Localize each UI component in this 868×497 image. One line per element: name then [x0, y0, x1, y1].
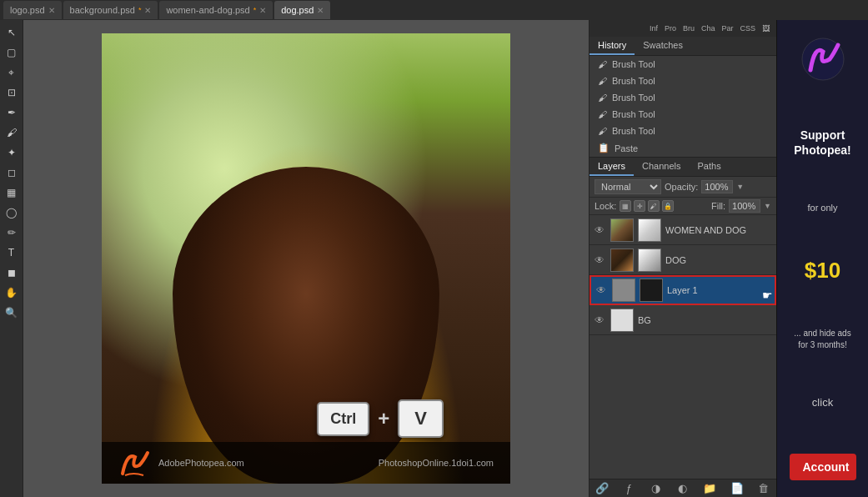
hand-tool[interactable]: ✋: [3, 284, 21, 302]
nav-cha[interactable]: Cha: [698, 23, 719, 33]
ad-account-button[interactable]: Account: [790, 454, 856, 480]
compact-nav: Inf Pro Bru Cha Par CSS 🖼: [590, 20, 776, 37]
history-item-4-label: Brush Tool: [612, 126, 655, 136]
lock-checkerboard-icon[interactable]: ▦: [620, 200, 631, 212]
nav-pro[interactable]: Pro: [661, 23, 680, 33]
eraser-tool[interactable]: ◻: [3, 163, 21, 182]
nav-css[interactable]: CSS: [736, 23, 759, 33]
folder-icon[interactable]: 📁: [702, 482, 717, 494]
layer-visibility-women-dog[interactable]: 👁: [595, 224, 606, 236]
tab-paths[interactable]: Paths: [690, 158, 730, 176]
lock-art-icon[interactable]: 🖌: [648, 200, 660, 212]
dodge-tool[interactable]: ◯: [3, 203, 21, 222]
history-item-paste[interactable]: 📋 Paste: [590, 139, 776, 157]
ad-logo-icon: [798, 37, 848, 83]
layer-name-layer1: Layer 1: [667, 285, 770, 295]
history-panel-tabs: History Swatches: [590, 37, 776, 56]
tab-logo-close[interactable]: ✕: [48, 6, 55, 15]
history-item-1-label: Brush Tool: [612, 76, 655, 86]
history-item-2-label: Brush Tool: [612, 93, 655, 103]
fx-icon[interactable]: ƒ: [621, 482, 636, 494]
layer-row-layer1[interactable]: 👁 Layer 1: [590, 275, 776, 305]
nav-bru[interactable]: Bru: [680, 23, 698, 33]
text-tool[interactable]: T: [3, 243, 21, 262]
layer-thumb-women-dog: [610, 218, 634, 242]
lock-move-icon[interactable]: ✛: [634, 200, 645, 212]
layers-toolbar: 🔗 ƒ ◑ ◐ 📁 📄 🗑: [590, 479, 776, 497]
history-item-1-icon: 🖌: [598, 76, 607, 86]
tab-dog[interactable]: dog.psd ✕: [274, 1, 330, 19]
lasso-tool[interactable]: ⌖: [3, 63, 21, 82]
pen-tool[interactable]: ✏: [3, 223, 21, 242]
layer-thumb-layer1: [612, 279, 635, 302]
history-paste-icon: 📋: [598, 143, 610, 153]
tab-background-modified: *: [138, 6, 142, 14]
plus-symbol: +: [378, 407, 389, 430]
history-item-4[interactable]: 🖌 Brush Tool: [590, 123, 776, 139]
lock-lock-icon[interactable]: 🔒: [662, 200, 674, 212]
gradient-tool[interactable]: ▦: [3, 183, 21, 202]
layer-visibility-dog[interactable]: 👁: [595, 254, 606, 266]
new-layer-icon[interactable]: 📄: [730, 482, 745, 494]
tab-dog-close[interactable]: ✕: [317, 6, 324, 15]
tab-layers[interactable]: Layers: [590, 158, 634, 176]
history-item-3-label: Brush Tool: [612, 109, 655, 119]
ad-click-text: click: [812, 396, 833, 409]
history-item-4-icon: 🖌: [598, 126, 607, 136]
tab-background-close[interactable]: ✕: [144, 6, 151, 15]
layer-row-women-dog[interactable]: 👁 WOMEN AND DOG: [590, 215, 776, 245]
fill-input[interactable]: [729, 199, 760, 213]
shape-tool[interactable]: ◼: [3, 264, 21, 282]
move-tool[interactable]: ↖: [3, 23, 21, 42]
blend-opacity-row: Normal Multiply Screen Opacity: ▼: [590, 177, 776, 198]
watermark-logo-icon: [118, 449, 152, 478]
watermark-right-text: PhotoshopOnline.1doi1.com: [379, 458, 494, 468]
tab-women-dog[interactable]: women-and-dog.psd * ✕: [159, 1, 273, 19]
zoom-tool[interactable]: 🔍: [3, 304, 21, 322]
history-paste-label: Paste: [615, 143, 638, 153]
crop-tool[interactable]: ⊡: [3, 83, 21, 102]
lock-icons-group: ▦ ✛ 🖌 🔒: [620, 200, 674, 212]
delete-layer-icon[interactable]: 🗑: [756, 482, 771, 494]
brush-tool[interactable]: 🖌: [3, 123, 21, 142]
layer-mask-layer1: [640, 279, 663, 302]
nav-par[interactable]: Par: [718, 23, 736, 33]
ad-description: ... and hide ads for 3 months!: [794, 328, 850, 351]
eyedropper-tool[interactable]: ✒: [3, 103, 21, 122]
layer-thumb-bg: [610, 309, 634, 332]
tab-channels[interactable]: Channels: [634, 158, 689, 176]
select-tool[interactable]: ▢: [3, 43, 21, 62]
layer-row-dog[interactable]: 👁 DOG: [590, 245, 776, 275]
opacity-input[interactable]: [701, 180, 733, 193]
history-item-3[interactable]: 🖌 Brush Tool: [590, 106, 776, 123]
layer-thumb-dog: [610, 248, 634, 272]
mask-icon[interactable]: ◑: [649, 482, 664, 494]
layer-mask-women-dog: [638, 218, 661, 242]
layer-visibility-bg[interactable]: 👁: [595, 314, 606, 326]
main-area: ↖ ▢ ⌖ ⊡ ✒ 🖌 ✦ ◻ ▦ ◯ ✏ T ◼ ✋ 🔍 Ctrl + V: [0, 20, 868, 497]
tab-swatches[interactable]: Swatches: [635, 37, 691, 55]
nav-inf[interactable]: Inf: [646, 23, 661, 33]
tab-women-dog-label: women-and-dog.psd: [166, 5, 249, 15]
tab-background[interactable]: background.psd * ✕: [63, 1, 158, 19]
left-sidebar: ↖ ▢ ⌖ ⊡ ✒ 🖌 ✦ ◻ ▦ ◯ ✏ T ◼ ✋ 🔍: [0, 20, 23, 497]
tab-logo[interactable]: logo.psd ✕: [3, 1, 62, 19]
layer-name-dog: DOG: [665, 255, 771, 265]
nav-icon[interactable]: 🖼: [759, 23, 773, 33]
tab-women-dog-close[interactable]: ✕: [259, 6, 266, 15]
history-item-2[interactable]: 🖌 Brush Tool: [590, 89, 776, 106]
layer-row-bg[interactable]: 👁 BG: [590, 305, 776, 335]
history-item-0[interactable]: 🖌 Brush Tool: [590, 56, 776, 73]
layer-visibility-layer1[interactable]: 👁: [596, 284, 608, 296]
ad-panel: Support Photopea! for only $10 ... and h…: [776, 20, 868, 497]
tab-dog-label: dog.psd: [281, 5, 314, 15]
opacity-arrow-icon: ▼: [736, 183, 744, 191]
history-item-0-icon: 🖌: [598, 59, 607, 69]
blend-mode-select[interactable]: Normal Multiply Screen: [595, 179, 661, 194]
clone-tool[interactable]: ✦: [3, 143, 21, 162]
history-item-2-icon: 🖌: [598, 93, 607, 103]
link-icon[interactable]: 🔗: [595, 482, 610, 494]
adjustment-icon[interactable]: ◐: [675, 482, 690, 494]
history-item-1[interactable]: 🖌 Brush Tool: [590, 73, 776, 89]
tab-history[interactable]: History: [590, 37, 635, 55]
